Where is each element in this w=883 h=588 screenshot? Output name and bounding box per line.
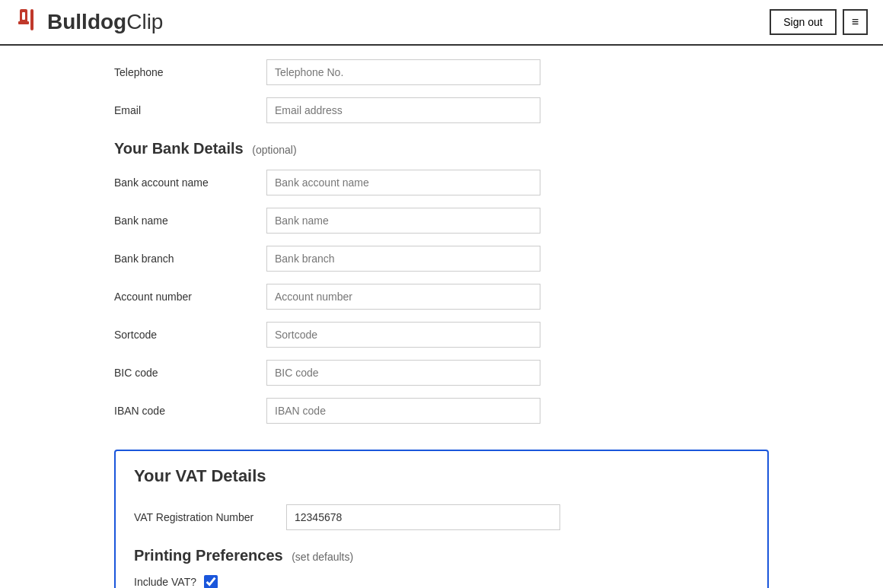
vat-reg-input[interactable] xyxy=(286,504,560,530)
menu-button[interactable]: ≡ xyxy=(843,9,868,35)
telephone-input[interactable] xyxy=(266,59,540,85)
bank-branch-input[interactable] xyxy=(266,246,540,272)
hamburger-icon: ≡ xyxy=(852,15,859,28)
printing-subtitle: (set defaults) xyxy=(292,551,353,563)
vat-details-box: Your VAT Details VAT Registration Number… xyxy=(114,450,769,588)
sortcode-input[interactable] xyxy=(266,322,540,348)
bank-name-input[interactable] xyxy=(266,208,540,234)
account-number-row: Account number xyxy=(114,278,769,316)
bank-account-name-label: Bank account name xyxy=(114,176,266,189)
include-vat-row: Include VAT? xyxy=(134,571,749,588)
bank-account-name-input[interactable] xyxy=(266,170,540,195)
vat-box-title: Your VAT Details xyxy=(134,466,749,486)
svg-rect-3 xyxy=(30,9,33,30)
printing-preferences-heading: Printing Preferences (set defaults) xyxy=(134,536,749,571)
iban-code-label: IBAN code xyxy=(114,405,266,417)
main-content: Telephone Email Your Bank Details (optio… xyxy=(99,46,784,588)
include-vat-label: Include VAT? xyxy=(134,576,196,588)
header: BulldogClip Sign out ≡ xyxy=(0,0,883,46)
telephone-row: Telephone xyxy=(114,53,769,91)
svg-rect-2 xyxy=(18,21,29,24)
bank-name-label: Bank name xyxy=(114,215,266,227)
bic-code-input[interactable] xyxy=(266,360,540,386)
account-number-label: Account number xyxy=(114,291,266,303)
bic-code-row: BIC code xyxy=(114,354,769,392)
email-row: Email xyxy=(114,91,769,129)
signout-button[interactable]: Sign out xyxy=(770,9,836,35)
printing-title: Printing Preferences xyxy=(134,547,283,564)
bank-section-heading: Your Bank Details (optional) xyxy=(114,129,769,164)
logo: BulldogClip xyxy=(15,6,163,39)
bank-name-row: Bank name xyxy=(114,202,769,240)
bank-section-optional: (optional) xyxy=(252,144,296,156)
bank-branch-row: Bank branch xyxy=(114,240,769,278)
logo-light-text: Clip xyxy=(126,10,163,34)
vat-reg-row: VAT Registration Number xyxy=(134,498,749,536)
iban-code-input[interactable] xyxy=(266,398,540,424)
include-vat-checkbox[interactable] xyxy=(204,575,218,588)
email-label: Email xyxy=(114,104,266,116)
telephone-label: Telephone xyxy=(114,66,266,78)
logo-icon xyxy=(15,6,43,39)
contact-section: Telephone Email Your Bank Details (optio… xyxy=(114,46,769,437)
bulldog-clip-svg xyxy=(15,6,43,33)
iban-code-row: IBAN code xyxy=(114,392,769,430)
bank-section-title: Your Bank Details xyxy=(114,140,244,157)
vat-reg-label: VAT Registration Number xyxy=(134,511,286,523)
logo-bold-text: Bulldog xyxy=(47,10,126,34)
account-number-input[interactable] xyxy=(266,284,540,310)
bank-account-name-row: Bank account name xyxy=(114,164,769,202)
header-buttons: Sign out ≡ xyxy=(770,9,868,35)
svg-rect-1 xyxy=(22,12,25,20)
email-input[interactable] xyxy=(266,97,540,123)
sortcode-row: Sortcode xyxy=(114,316,769,354)
sortcode-label: Sortcode xyxy=(114,329,266,341)
bic-code-label: BIC code xyxy=(114,367,266,379)
bank-branch-label: Bank branch xyxy=(114,253,266,265)
